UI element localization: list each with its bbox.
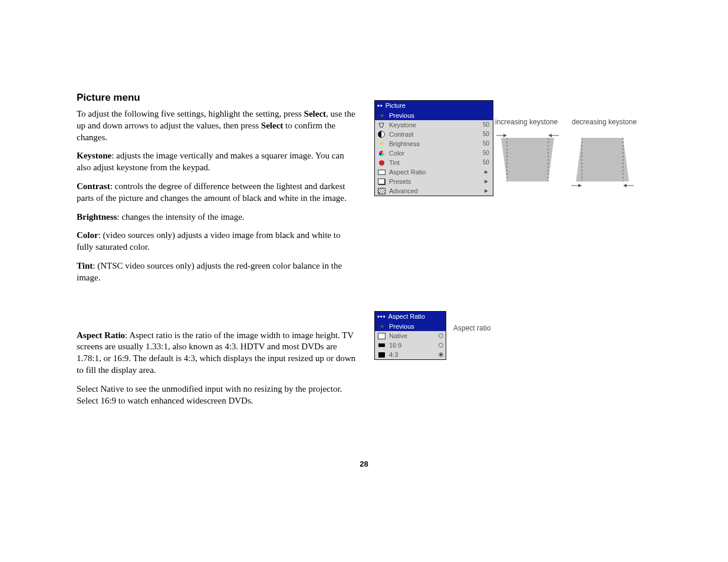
- osd-row-brightness: ☀ Brightness 50: [375, 139, 493, 148]
- aspect-paragraph-2: Select Native to see the unmodified inpu…: [77, 384, 357, 407]
- aspect-paragraph: Aspect Ratio: Aspect ratio is the ratio …: [77, 330, 357, 376]
- osd-label: Aspect Ratio: [386, 169, 483, 176]
- select-bold-2: Select: [261, 121, 283, 130]
- aspect-term: Aspect Ratio: [77, 330, 125, 340]
- osd-label: Previous: [386, 323, 443, 330]
- osd-picture-menu: •• Picture ◄ Previous Keystone 50 Con: [374, 100, 493, 196]
- presets-icon: [377, 178, 386, 184]
- advanced-icon: [377, 188, 386, 194]
- contrast-icon: [377, 131, 386, 138]
- osd-row-advanced: Advanced ►: [375, 186, 493, 196]
- select-bold-1: Select: [304, 109, 326, 118]
- submenu-arrow-icon: ►: [483, 169, 490, 175]
- osd-aspect-title: ••• Aspect Ratio: [375, 312, 446, 322]
- osd-label: Color: [386, 150, 483, 157]
- osd-row-native: Native: [375, 331, 446, 340]
- brightness-term: Brightness: [77, 212, 117, 222]
- contrast-text: : controls the degree of difference betw…: [77, 181, 347, 203]
- native-icon: [377, 333, 386, 339]
- osd-row-previous: ◄ Previous: [375, 111, 493, 120]
- osd-label: Advanced: [386, 188, 483, 194]
- dots-icon: •••: [377, 313, 386, 320]
- osd-label: Contrast: [386, 131, 483, 138]
- osd-row-aspect: Aspect Ratio ►: [375, 167, 493, 177]
- osd-label: Tint: [386, 160, 483, 166]
- osd-row-contrast: Contrast 50: [375, 130, 493, 139]
- svg-marker-14: [623, 184, 627, 187]
- keystone-text: : adjusts the image vertically and makes…: [77, 151, 344, 172]
- caption-aspect-ratio: Aspect ratio: [453, 324, 490, 332]
- brightness-icon: ☀: [377, 141, 386, 147]
- tint-text: : (NTSC video sources only) adjusts the …: [77, 261, 342, 282]
- contrast-paragraph: Contrast: controls the degree of differe…: [77, 181, 357, 204]
- osd-aspect-body: ◄ Previous Native 16:9 4:3: [375, 322, 446, 359]
- back-arrow-icon: ◄: [377, 113, 386, 118]
- osd-row-43: 4:3: [375, 350, 446, 359]
- tint-paragraph: Tint: (NTSC video sources only) adjusts …: [77, 260, 357, 284]
- radio-icon-checked: [439, 352, 443, 357]
- svg-marker-4: [548, 134, 552, 137]
- tint-icon: [377, 160, 386, 166]
- caption-decreasing-keystone: decreasing keystone: [572, 118, 637, 126]
- svg-marker-12: [578, 184, 582, 187]
- figure-decreasing-keystone: [570, 130, 635, 189]
- osd-value: 50: [483, 122, 490, 128]
- ratio-169-icon: [377, 343, 386, 347]
- keystone-term: Keystone: [77, 151, 111, 160]
- page-number: 28: [77, 459, 651, 468]
- svg-marker-0: [379, 123, 384, 127]
- color-term: Color: [77, 230, 98, 240]
- osd-row-color: Color 50: [375, 148, 493, 158]
- osd-picture-title: •• Picture: [375, 101, 493, 111]
- osd-label: 4:3: [386, 352, 439, 358]
- osd-picture-title-text: Picture: [386, 103, 406, 109]
- osd-label: Brightness: [386, 141, 483, 147]
- osd-value: 50: [483, 131, 490, 137]
- intro-a: To adjust the following five settings, h…: [77, 109, 304, 118]
- color-text: : (video sources only) adjusts a video i…: [77, 230, 340, 252]
- osd-picture-body: ◄ Previous Keystone 50 Contrast 50 ☀: [375, 111, 493, 196]
- osd-aspect-title-text: Aspect Ratio: [388, 313, 425, 320]
- intro-paragraph: To adjust the following five settings, h…: [77, 108, 357, 143]
- aspect-icon: [377, 170, 386, 175]
- spacer: [77, 291, 357, 330]
- color-paragraph: Color: (video sources only) adjusts a vi…: [77, 230, 357, 253]
- osd-row-previous: ◄ Previous: [375, 322, 446, 331]
- svg-marker-2: [503, 134, 507, 137]
- caption-increasing-keystone: increasing keystone: [495, 118, 558, 126]
- osd-aspect-menu: ••• Aspect Ratio ◄ Previous Native 16:9: [374, 311, 446, 360]
- brightness-text: : changes the intensity of the image.: [117, 212, 244, 222]
- brightness-paragraph: Brightness: changes the intensity of the…: [77, 211, 357, 223]
- osd-label: 16:9: [386, 342, 439, 349]
- osd-label: Keystone: [386, 122, 483, 128]
- osd-label: Previous: [386, 113, 490, 119]
- left-column: Picture menu To adjust the following fiv…: [77, 92, 357, 414]
- radio-icon: [439, 333, 443, 338]
- heading-picture-menu: Picture menu: [77, 92, 357, 104]
- keystone-paragraph: Keystone: adjusts the image vertically a…: [77, 150, 357, 174]
- back-arrow-icon: ◄: [377, 323, 386, 329]
- osd-value: 50: [483, 150, 490, 156]
- osd-row-169: 16:9: [375, 340, 446, 350]
- submenu-arrow-icon: ►: [483, 188, 490, 194]
- osd-value: 50: [483, 141, 490, 147]
- osd-row-presets: Presets ►: [375, 177, 493, 186]
- osd-label: Native: [386, 333, 439, 339]
- osd-value: 50: [483, 160, 490, 166]
- svg-marker-8: [576, 138, 629, 181]
- submenu-arrow-icon: ►: [483, 178, 490, 184]
- color-icon: [377, 151, 386, 156]
- ratio-43-icon: [377, 352, 386, 358]
- osd-row-keystone: Keystone 50: [375, 120, 493, 130]
- keystone-icon: [377, 122, 386, 128]
- dots-icon: ••: [377, 103, 383, 109]
- radio-icon: [439, 343, 443, 348]
- svg-marker-5: [501, 138, 554, 181]
- contrast-term: Contrast: [77, 181, 110, 191]
- tint-term: Tint: [77, 261, 93, 270]
- figure-increasing-keystone: [495, 130, 560, 189]
- osd-label: Presets: [386, 178, 483, 185]
- osd-row-tint: Tint 50: [375, 158, 493, 167]
